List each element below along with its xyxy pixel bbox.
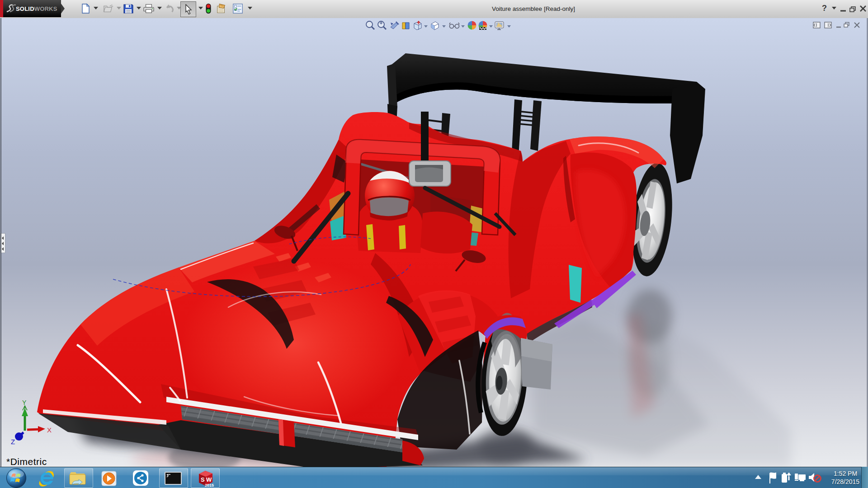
svg-text:W: W [206,476,212,483]
svg-text:Y: Y [22,399,27,406]
svg-text:X: X [47,426,52,434]
svg-text:S: S [201,476,205,483]
svg-text:2015: 2015 [205,483,214,488]
svg-text:Z: Z [11,438,15,446]
